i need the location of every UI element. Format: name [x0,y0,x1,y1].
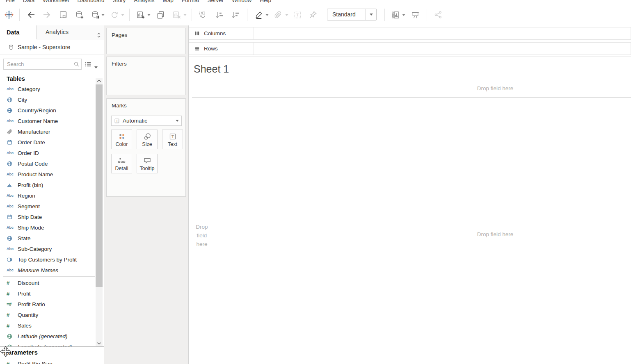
presentation-mode-button[interactable] [410,9,421,20]
menu-dashboard[interactable]: Dashboard [73,0,109,4]
fit-selector-caret[interactable] [366,9,376,20]
tab-analytics[interactable]: Analytics [36,25,104,39]
menu-map[interactable]: Map [158,0,177,4]
menu-help[interactable]: Help [256,0,275,4]
search-input[interactable] [3,59,82,70]
show-me-button[interactable] [390,9,400,20]
drop-field-hint-center[interactable]: Drop field here [466,231,524,237]
field-item[interactable]: #Discount [0,278,104,288]
menu-worksheet[interactable]: Worksheet [39,0,73,4]
field-list-scrollbar[interactable] [96,78,103,346]
field-item[interactable]: AbcProduct Name [0,169,104,180]
field-item[interactable]: AbcCategory [0,84,104,94]
sort-descending-button[interactable] [230,9,240,20]
scroll-down-icon[interactable] [96,342,103,345]
field-label: Ship Mode [18,225,44,231]
scroll-up-icon[interactable] [96,79,103,82]
field-item[interactable]: AbcMeasure Names [0,265,104,275]
fix-axes-button[interactable] [308,9,318,20]
save-button[interactable] [58,9,69,20]
mark-type-caret[interactable] [173,116,181,125]
pause-auto-updates-button[interactable] [90,9,101,20]
field-item[interactable]: Order Date [0,137,104,148]
field-item[interactable]: Longitude (generated) [0,341,104,346]
field-item[interactable]: #Profit [0,288,104,299]
columns-shelf-label: Columns [189,27,254,39]
field-item[interactable]: AbcRegion [0,190,104,201]
highlight-caret[interactable] [265,13,269,17]
clear-sheet-button[interactable] [171,9,182,20]
pause-updates-caret[interactable] [101,13,105,17]
field-item[interactable]: City [0,94,104,105]
swap-rows-columns-button[interactable] [197,9,208,20]
field-item[interactable]: Ship Date [0,212,104,222]
field-item[interactable]: AbcSegment [0,201,104,212]
parameters-divider[interactable] [0,346,104,347]
marks-button-detail[interactable]: Detail [111,154,132,173]
field-label: Sub-Category [18,246,52,252]
menu-data[interactable]: Data [19,0,39,4]
field-item[interactable]: Profit (bin) [0,180,104,190]
field-icon-col [7,97,18,103]
field-label: Profit (bin) [18,182,43,188]
field-item[interactable]: Latitude (generated) [0,331,104,341]
columns-drop-area[interactable] [254,27,631,39]
group-members-caret[interactable] [285,13,289,17]
highlight-button[interactable] [254,9,264,20]
field-options-caret[interactable] [94,63,98,70]
drop-field-hint-left[interactable]: Dropfieldhere [190,223,213,248]
share-button[interactable] [433,9,444,20]
clear-sheet-caret[interactable] [183,13,187,17]
filters-shelf[interactable]: Filters [106,57,186,95]
marks-button-text[interactable]: TText [162,130,183,149]
field-item[interactable]: AbcSub-Category [0,243,104,254]
field-item[interactable]: AbcShip Mode [0,222,104,233]
new-datasource-button[interactable] [74,9,85,20]
drop-field-hint-top[interactable]: Drop field here [466,85,524,91]
rows-drop-area[interactable] [254,43,631,55]
menu-analysis[interactable]: Analysis [130,0,158,4]
redo-button[interactable] [42,9,53,20]
sort-ascending-button[interactable] [214,9,224,20]
field-item[interactable]: =#Profit Ratio [0,299,104,309]
field-item[interactable]: #Profit Bin Size [0,358,104,364]
marks-button-tooltip[interactable]: Tooltip [137,154,158,173]
tableau-logo-button[interactable] [4,9,14,20]
duplicate-sheet-button[interactable] [155,9,166,20]
field-item[interactable]: Postal Code [0,158,104,169]
show-mark-labels-button[interactable]: T [292,9,303,20]
field-item[interactable]: #Sales [0,320,104,331]
marks-button-size[interactable]: Size [137,130,158,149]
scrollbar-thumb[interactable] [96,84,103,287]
field-item[interactable]: State [0,233,104,243]
rows-shelf[interactable]: Rows [189,42,631,55]
new-worksheet-caret[interactable] [147,13,151,17]
fit-selector[interactable]: Standard [327,9,377,20]
new-worksheet-button[interactable] [135,9,146,20]
menu-story[interactable]: Story [109,0,130,4]
menu-file[interactable]: File [2,0,19,4]
rows-shelf-label: Rows [189,43,254,55]
run-update-button[interactable] [109,9,120,20]
field-item[interactable]: Country/Region [0,105,104,116]
tab-data[interactable]: Data [0,25,36,39]
field-item[interactable]: Top Customers by Profit [0,254,104,265]
view-as-list-icon[interactable] [85,61,91,69]
field-item[interactable]: AbcCustomer Name [0,116,104,126]
pages-shelf[interactable]: Pages [106,28,186,54]
menu-server[interactable]: Server [203,0,228,4]
group-members-button[interactable] [272,9,283,20]
undo-button[interactable] [25,9,36,20]
show-me-caret[interactable] [402,13,406,17]
field-item[interactable]: AbcOrder ID [0,148,104,158]
menu-format[interactable]: Format [178,0,203,4]
field-item[interactable]: Manufacturer [0,126,104,137]
field-item[interactable]: #Quantity [0,309,104,320]
sheet-canvas[interactable]: Sheet 1 Drop field here Drop field here … [189,57,631,364]
columns-shelf[interactable]: Columns [189,27,631,40]
marks-button-color[interactable]: Color [111,130,132,149]
mark-type-dropdown[interactable]: T Automatic [111,116,182,126]
menu-window[interactable]: Window [228,0,256,4]
datasource-item[interactable]: Sample - Superstore [0,39,104,55]
run-update-caret[interactable] [121,13,125,17]
